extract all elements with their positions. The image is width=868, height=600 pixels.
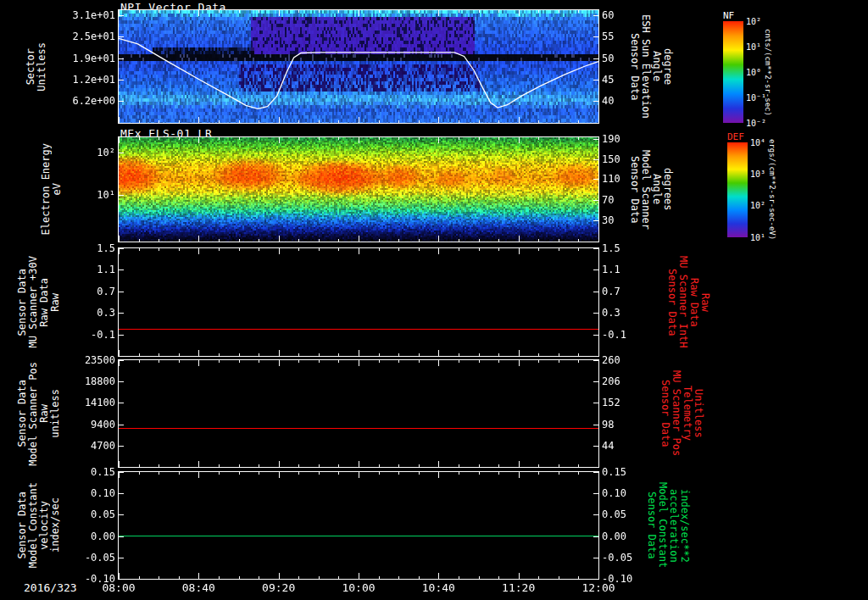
x-tick-mark (259, 120, 259, 123)
x-tick-mark (359, 360, 359, 366)
x-tick-mark (198, 117, 199, 123)
y-tick-mark (593, 514, 598, 515)
x-tick-mark (298, 353, 299, 356)
x-tick-mark (119, 360, 120, 366)
x-tick-mark (519, 117, 520, 123)
y-tick-mark (593, 313, 598, 314)
y-tick-mark (119, 313, 124, 314)
x-tick-mark (379, 120, 380, 123)
y-tick-label: 18800 (68, 375, 115, 387)
x-tick-mark (319, 137, 320, 140)
x-tick-mark (179, 137, 180, 140)
x-tick-mark (538, 137, 539, 140)
x-tick-mark (578, 10, 579, 13)
x-tick-mark (239, 353, 240, 356)
x-tick-mark (459, 239, 459, 242)
y-tick-label: -0.1 (602, 329, 641, 341)
x-tick-mark (198, 248, 199, 254)
colorbar-tick-label: 10¹ (746, 42, 761, 52)
x-tick-mark (239, 576, 240, 579)
y-tick-label: 70 (602, 194, 641, 206)
x-tick-mark (419, 239, 420, 242)
y-tick-label: 190 (602, 133, 641, 145)
x-tick-mark (419, 360, 420, 363)
x-tick-mark (259, 239, 259, 242)
x-tick-mark (578, 576, 579, 579)
x-tick-mark (559, 248, 559, 251)
x-tick-mark (179, 353, 180, 356)
y-tick-mark (119, 579, 124, 580)
mex-els-01-lr-spectrogram-canvas (119, 137, 598, 242)
y-tick-mark (119, 536, 124, 537)
x-tick-mark (459, 353, 459, 356)
x-tick-mark (259, 10, 259, 13)
x-tick-mark (578, 353, 579, 356)
y-tick-label: 152 (602, 397, 641, 408)
y-tick-mark (119, 153, 124, 153)
x-tick-mark (219, 137, 220, 140)
x-tick-mark (379, 576, 380, 579)
x-tick-mark (398, 464, 399, 467)
x-tick-mark (359, 236, 359, 242)
x-tick-mark (359, 573, 359, 579)
y-tick-mark (593, 558, 598, 558)
y-tick-label: 4700 (68, 440, 115, 452)
right-label-line: Sensor Data (646, 492, 657, 558)
colorbar-tick-label: 10⁻¹ (746, 93, 766, 103)
x-tick-mark (298, 464, 299, 467)
science-multipanel-plot: NPI Vector Data MEx ELS-01 LR Sector Uni… (0, 0, 868, 600)
x-tick-mark (519, 236, 520, 242)
y-tick-mark (593, 403, 598, 403)
x-tick-mark (419, 248, 420, 251)
y-tick-label: 110 (602, 173, 641, 185)
x-tick-mark (398, 248, 399, 251)
x-tick-mark (498, 576, 499, 579)
y-tick-label: 260 (602, 354, 641, 366)
y-tick-label: 0.10 (602, 487, 641, 499)
x-tick-mark (519, 137, 520, 143)
y-tick-label: -0.05 (68, 552, 115, 564)
x-tick-mark (279, 350, 280, 356)
x-tick-mark (479, 120, 480, 123)
x-tick-mark (379, 360, 380, 363)
y-tick-mark (119, 514, 124, 515)
x-tick-mark (438, 461, 439, 467)
y-tick-mark (593, 425, 598, 425)
x-tick-mark (119, 461, 120, 467)
x-tick-mark (459, 472, 459, 475)
y-tick-mark (119, 80, 124, 81)
right-label-line: Unitless (693, 389, 704, 438)
x-tick-mark (338, 239, 339, 242)
x-tick-mark (139, 239, 140, 242)
x-tick-mark (519, 472, 520, 478)
x-tick-mark (598, 573, 599, 579)
x-tick-mark (159, 10, 159, 13)
x-tick-mark (119, 350, 120, 356)
x-tick-label: 12:00 (579, 581, 618, 594)
y-tick-label: 0.3 (602, 307, 641, 319)
x-tick-mark (279, 461, 280, 467)
x-tick-mark (438, 10, 439, 16)
y-tick-label: 3.1e+01 (68, 9, 115, 21)
x-tick-mark (298, 137, 299, 140)
x-tick-mark (559, 10, 559, 13)
panel1-ylabel: Sector Unitless (25, 10, 47, 123)
x-tick-mark (438, 117, 439, 123)
x-tick-mark (398, 239, 399, 242)
y-tick-mark (593, 579, 598, 580)
y-tick-mark (593, 179, 598, 180)
x-tick-mark (538, 360, 539, 363)
y-tick-mark (119, 36, 124, 37)
x-tick-mark (598, 360, 599, 366)
y-tick-label: 1.1 (602, 264, 641, 275)
x-tick-mark (159, 120, 159, 123)
right-label-line: Raw (699, 293, 710, 312)
x-tick-mark (438, 236, 439, 242)
x-tick-mark (319, 360, 320, 363)
right-label-line: degrees (662, 168, 673, 211)
y-tick-mark (119, 101, 124, 102)
right-label-line: MU Scanner Pos (670, 370, 682, 456)
y-tick-label: 45 (602, 74, 641, 86)
x-tick-mark (559, 239, 559, 242)
right-label-line: Telemetry (682, 386, 693, 441)
